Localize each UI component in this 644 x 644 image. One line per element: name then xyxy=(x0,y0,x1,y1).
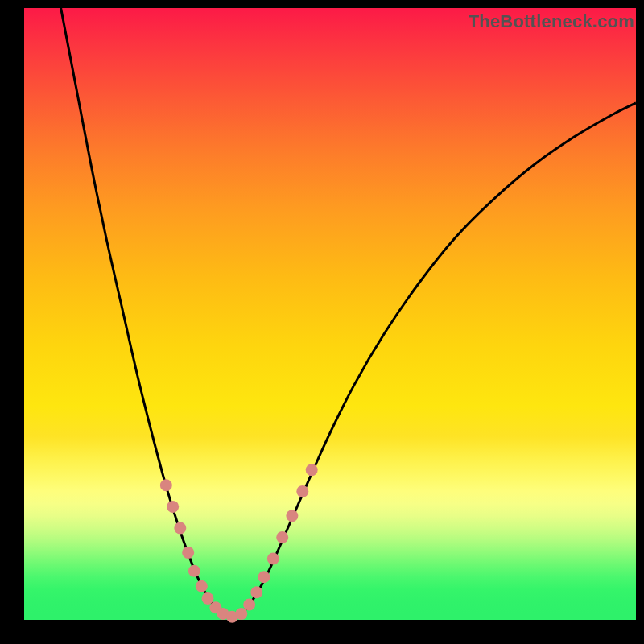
data-dot xyxy=(243,599,255,611)
data-dot xyxy=(235,608,247,620)
data-dot xyxy=(250,586,262,598)
bottleneck-curve xyxy=(61,8,636,617)
data-dot xyxy=(167,501,179,513)
data-dot xyxy=(182,547,194,559)
chart-svg xyxy=(24,8,636,620)
data-dot xyxy=(202,592,214,605)
data-dot xyxy=(296,485,308,497)
data-dot xyxy=(160,479,172,491)
data-dot xyxy=(286,510,298,522)
data-dot xyxy=(188,565,200,577)
data-dot xyxy=(258,571,270,583)
data-dot xyxy=(267,553,279,565)
data-dot xyxy=(306,464,318,476)
data-dot xyxy=(174,522,186,535)
data-dot xyxy=(196,580,208,592)
data-dot xyxy=(276,531,288,543)
